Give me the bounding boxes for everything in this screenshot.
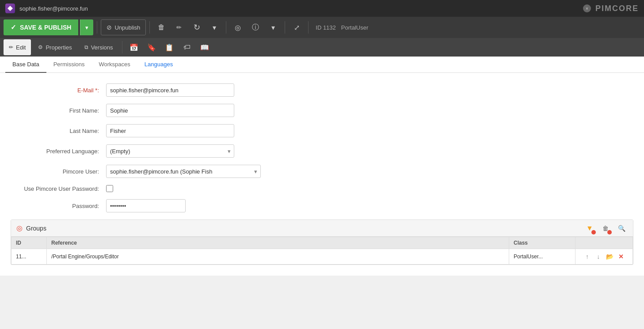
info-dropdown-button[interactable]: ▾ xyxy=(265,19,281,35)
pimcore-user-input[interactable] xyxy=(106,165,261,178)
toolbar-separator-2 xyxy=(149,21,150,34)
unpublish-label: Unpublish xyxy=(114,24,140,31)
password-input[interactable] xyxy=(106,199,186,212)
chevron-down-icon: ▾ xyxy=(213,23,216,32)
toolbar-separator-3 xyxy=(226,21,226,34)
filter-button-wrap: ▼ xyxy=(583,222,596,234)
crosshair-icon: ◎ xyxy=(235,23,241,32)
notes-button[interactable]: 📖 xyxy=(197,39,213,55)
password-label: Password: xyxy=(11,203,99,209)
delete-button[interactable]: 🗑 xyxy=(153,19,169,35)
tab-close-button[interactable]: × xyxy=(583,4,591,12)
book-icon: 📖 xyxy=(200,43,209,52)
row-id: 11... xyxy=(11,249,47,265)
save-publish-button[interactable]: ✓ SAVE & PUBLISH xyxy=(4,19,78,35)
preferred-language-label: Preferred Language: xyxy=(11,148,99,155)
tab-versions[interactable]: ⧉ Versions xyxy=(79,39,118,55)
last-name-label: Last Name: xyxy=(11,128,99,134)
save-publish-dropdown-button[interactable]: ▾ xyxy=(80,19,93,35)
main-toolbar: ✓ SAVE & PUBLISH ▾ ⊘ Unpublish 🗑 ✏ ↻ ▾ ◎… xyxy=(0,17,644,38)
pimcore-user-label: Pimcore User: xyxy=(11,168,99,175)
search-icon: 🔍 xyxy=(618,225,625,232)
row-move-down-button[interactable]: ↓ xyxy=(594,252,603,261)
info-button[interactable]: ⓘ xyxy=(248,19,263,35)
first-name-input[interactable] xyxy=(106,104,234,117)
col-actions-header xyxy=(575,237,633,249)
pimcore-user-combobox-wrap: ▾ xyxy=(106,165,261,178)
share-button[interactable]: ⤢ xyxy=(289,19,305,35)
app-logo xyxy=(5,4,15,13)
preferred-language-select-wrap: (Empty) ▾ xyxy=(106,144,234,158)
email-input[interactable] xyxy=(106,83,234,97)
save-publish-label: SAVE & PUBLISH xyxy=(20,24,71,31)
content-area: Base Data Permissions Workspaces Languag… xyxy=(0,57,644,329)
folder-up-icon: 📂 xyxy=(606,253,614,260)
col-class-header: Class xyxy=(509,237,575,249)
tab-base-data[interactable]: Base Data xyxy=(5,57,46,73)
use-password-row: Use Pimcore User Password: xyxy=(11,185,633,192)
last-name-input[interactable] xyxy=(106,124,234,137)
last-name-row: Last Name: xyxy=(11,124,633,137)
groups-table: ID Reference Class 11... /Portal Engine/… xyxy=(11,237,633,265)
tab-permissions[interactable]: Permissions xyxy=(46,57,92,73)
email-label: E-Mail *: xyxy=(11,87,99,94)
bookmark-button[interactable]: 🔖 xyxy=(144,39,160,55)
edit-tab-label: Edit xyxy=(16,44,26,51)
groups-search-button[interactable]: 🔍 xyxy=(615,222,628,234)
filter-badge xyxy=(591,230,596,234)
row-folder-button[interactable]: 📂 xyxy=(605,252,614,261)
info-icon: ⓘ xyxy=(252,23,259,32)
schedule-button[interactable]: 📅 xyxy=(126,39,142,55)
tab-properties[interactable]: ⚙ Properties xyxy=(33,39,77,55)
pimcore-brand: PIMCORE xyxy=(595,4,639,13)
tab-languages[interactable]: Languages xyxy=(137,57,180,73)
col-id-header: ID xyxy=(11,237,47,249)
sliders-icon: ⚙ xyxy=(38,44,43,50)
versions-tab-label: Versions xyxy=(91,44,113,51)
row-actions: ↑ ↓ 📂 ✕ xyxy=(575,249,633,265)
password-row: Password: xyxy=(11,199,633,212)
title-bar: sophie.fisher@pimcore.fun × PIMCORE xyxy=(0,0,644,17)
info-chevron-icon: ▾ xyxy=(271,23,275,32)
unpublish-circle-slash-icon: ⊘ xyxy=(107,24,112,31)
reload-button[interactable]: ↻ xyxy=(189,19,205,35)
logo-diamond xyxy=(8,6,13,11)
pencil-icon: ✏ xyxy=(176,24,182,31)
use-password-checkbox[interactable] xyxy=(106,185,113,192)
use-password-label: Use Pimcore User Password: xyxy=(11,185,99,192)
table-header-row: ID Reference Class xyxy=(11,237,633,249)
email-row: E-Mail *: xyxy=(11,83,633,97)
tab-edit[interactable]: ✏ Edit xyxy=(4,39,31,55)
toolbar-separator-1 xyxy=(97,21,97,34)
tasks-button[interactable]: 📋 xyxy=(161,39,177,55)
tag-icon: 🏷 xyxy=(183,43,191,51)
row-remove-button[interactable]: ✕ xyxy=(616,252,626,261)
unpublish-button[interactable]: ⊘ Unpublish xyxy=(101,19,146,35)
arrow-up-icon: ↑ xyxy=(586,253,589,260)
secondary-separator-1 xyxy=(122,41,122,53)
object-class: PortalUser xyxy=(341,24,368,31)
properties-tab-label: Properties xyxy=(46,44,72,51)
clipboard-icon: 📋 xyxy=(165,43,174,52)
groups-target-icon: ◎ xyxy=(16,224,23,232)
edit-pencil-icon: ✏ xyxy=(9,44,13,50)
content-tab-strip: Base Data Permissions Workspaces Languag… xyxy=(0,57,644,73)
toolbar-separator-5 xyxy=(308,21,309,34)
row-move-up-button[interactable]: ↑ xyxy=(582,252,592,261)
tags-button[interactable]: 🏷 xyxy=(179,39,195,55)
tab-title: sophie.fisher@pimcore.fun xyxy=(19,5,579,12)
more-button[interactable]: ▾ xyxy=(206,19,222,35)
versions-icon: ⧉ xyxy=(84,44,88,50)
save-dropdown-arrow-icon: ▾ xyxy=(85,24,88,31)
object-id: ID 1132 xyxy=(316,24,336,31)
calendar-icon: 📅 xyxy=(130,43,138,52)
table-row: 11... /Portal Engine/Groups/Editor Porta… xyxy=(11,249,633,265)
row-class: PortalUser... xyxy=(509,249,575,265)
first-name-label: First Name: xyxy=(11,107,99,114)
delete-badge xyxy=(607,230,612,234)
preferred-language-select[interactable]: (Empty) xyxy=(106,144,234,158)
tab-workspaces[interactable]: Workspaces xyxy=(92,57,137,73)
rename-button[interactable]: ✏ xyxy=(171,19,187,35)
locate-button[interactable]: ◎ xyxy=(230,19,246,35)
share-icon: ⤢ xyxy=(294,23,300,32)
